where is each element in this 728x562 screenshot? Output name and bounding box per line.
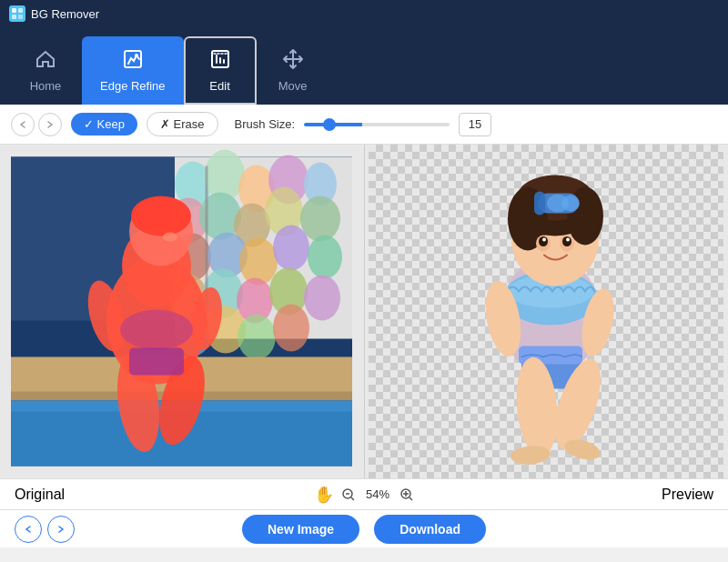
bottom-bar: New Image Download xyxy=(0,509,728,547)
zoom-in-button[interactable] xyxy=(399,487,414,502)
edge-refine-icon xyxy=(122,48,144,74)
svg-point-29 xyxy=(304,276,340,321)
svg-rect-48 xyxy=(129,348,184,376)
zoom-level: 54% xyxy=(363,487,392,501)
svg-line-79 xyxy=(351,497,354,500)
edit-icon xyxy=(209,48,231,74)
next-button[interactable] xyxy=(47,516,75,543)
tab-move-label: Move xyxy=(278,79,308,93)
svg-point-33 xyxy=(273,305,309,352)
bottom-nav xyxy=(15,516,75,543)
svg-point-72 xyxy=(562,236,571,246)
tab-edit-label: Edit xyxy=(209,79,229,93)
cursor-icon: ✋ xyxy=(314,485,334,505)
preview-panel[interactable] xyxy=(365,145,729,478)
svg-line-83 xyxy=(410,497,412,500)
tab-home[interactable]: Home xyxy=(9,36,82,105)
new-image-button[interactable]: New Image xyxy=(242,515,359,544)
toolbar: ✓ Keep ✗ Erase Brush Size: 15 xyxy=(0,105,728,145)
svg-point-24 xyxy=(308,236,342,279)
svg-rect-66 xyxy=(534,192,545,216)
erase-button[interactable]: ✗ Erase xyxy=(147,112,218,136)
download-button[interactable]: Download xyxy=(374,515,486,544)
prev-button[interactable] xyxy=(15,516,42,543)
nav-buttons xyxy=(11,113,62,136)
back-button[interactable] xyxy=(11,113,35,136)
original-panel[interactable] xyxy=(0,145,365,478)
keep-button[interactable]: ✓ Keep xyxy=(71,113,137,135)
app-title: BG Remover xyxy=(31,7,99,21)
app-icon xyxy=(9,5,25,22)
svg-point-22 xyxy=(239,238,278,286)
svg-rect-0 xyxy=(12,8,16,13)
tab-move[interactable]: Move xyxy=(257,36,329,105)
svg-point-42 xyxy=(131,196,191,236)
svg-point-5 xyxy=(135,54,138,57)
move-icon xyxy=(282,48,304,74)
app-logo: BG Remover xyxy=(9,5,99,22)
tab-edge-refine-label: Edge Refine xyxy=(100,79,166,93)
tab-edit[interactable]: Edit xyxy=(184,36,257,105)
svg-point-71 xyxy=(539,236,548,246)
canvas-area xyxy=(0,145,728,478)
svg-point-23 xyxy=(273,226,309,271)
home-icon xyxy=(35,48,56,74)
tab-home-label: Home xyxy=(30,79,62,93)
zoom-out-button[interactable] xyxy=(341,487,356,502)
original-label: Original xyxy=(15,487,364,503)
preview-label: Preview xyxy=(364,487,713,503)
svg-point-32 xyxy=(238,315,276,360)
nav-tabs: Home Edge Refine Edit Move xyxy=(0,27,728,105)
status-bar: Original ✋ 54% Preview xyxy=(0,478,728,509)
svg-point-68 xyxy=(561,196,580,212)
brush-size-input[interactable]: 15 xyxy=(459,113,491,136)
svg-point-73 xyxy=(542,238,546,242)
preview-image xyxy=(369,145,723,478)
brush-size-slider[interactable] xyxy=(304,123,450,126)
svg-point-19 xyxy=(300,196,340,242)
svg-point-49 xyxy=(163,233,177,242)
svg-point-47 xyxy=(120,310,193,350)
forward-button[interactable] xyxy=(38,113,62,136)
svg-rect-3 xyxy=(18,15,23,19)
svg-rect-2 xyxy=(12,15,16,19)
svg-rect-1 xyxy=(18,8,23,13)
topbar: BG Remover xyxy=(0,0,728,27)
svg-point-74 xyxy=(566,238,570,242)
brush-size-label: Brush Size: xyxy=(235,117,295,131)
original-image xyxy=(11,145,352,478)
tab-edge-refine[interactable]: Edge Refine xyxy=(82,36,184,105)
